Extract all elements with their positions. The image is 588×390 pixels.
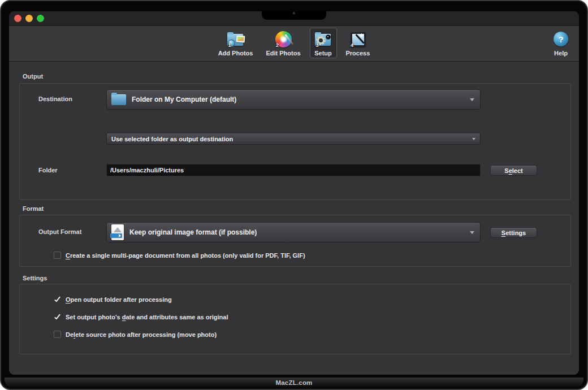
blue-folder-icon — [111, 94, 126, 105]
folder-path-input[interactable] — [106, 164, 481, 176]
traffic-lights — [14, 15, 44, 22]
open-folder-checkbox-label: Open output folder after processing — [66, 296, 172, 303]
open-folder-checkbox-row[interactable]: Open output folder after processing — [54, 296, 172, 303]
section-title-settings: Settings — [23, 275, 47, 281]
setup-icon: 3 — [314, 30, 333, 49]
toolbar-item-label: Add Photos — [218, 50, 253, 57]
toolbar-item-add-photos[interactable]: 1 Add Photos — [214, 28, 257, 58]
toolbar-item-setup[interactable]: 3 Setup — [310, 28, 337, 58]
delete-source-checkbox-label: Delete source photo after processing (mo… — [66, 331, 217, 338]
chevron-down-icon — [472, 138, 475, 140]
keep-date-checkbox[interactable] — [54, 313, 61, 320]
laptop-chin: MacZL.com — [5, 378, 583, 387]
section-title-output: Output — [23, 73, 43, 80]
minimize-button[interactable] — [25, 15, 33, 22]
output-groupbox: Destination Folder on My Computer (defau… — [19, 83, 571, 200]
document-format-icon — [111, 224, 124, 240]
macbook-mockup: 1 Add Photos 2 Edit Photos — [0, 0, 588, 390]
toolbar-item-label: Process — [346, 50, 370, 57]
laptop-frame: 1 Add Photos 2 Edit Photos — [0, 0, 588, 390]
format-groupbox: Output Format Keep original image format… — [19, 215, 571, 267]
step-badge: 2 — [276, 42, 279, 48]
delete-source-checkbox-row[interactable]: Delete source photo after processing (mo… — [54, 331, 217, 338]
close-button[interactable] — [14, 15, 21, 22]
output-format-dropdown[interactable]: Keep original image format (if possible) — [106, 222, 481, 242]
multipage-checkbox-row[interactable]: Create a single multi-page document from… — [54, 252, 305, 259]
output-format-label: Output Format — [38, 228, 81, 235]
output-format-value: Keep original image format (if possible) — [129, 228, 257, 236]
open-folder-checkbox[interactable] — [54, 296, 61, 303]
add-photos-icon: 1 — [226, 30, 245, 49]
format-settings-button[interactable]: Settings — [490, 227, 537, 238]
destination-dropdown[interactable]: Folder on My Computer (default) — [106, 89, 481, 110]
keep-date-checkbox-label: Set output photo's date and attributes s… — [66, 314, 228, 320]
checkmark-icon — [54, 296, 60, 302]
toolbar-item-process[interactable]: 4 Process — [342, 28, 374, 58]
select-folder-button[interactable]: Select — [490, 165, 537, 176]
toolbar-item-label: Edit Photos — [266, 50, 300, 57]
multipage-checkbox[interactable] — [54, 252, 61, 259]
destination-value: Folder on My Computer (default) — [132, 96, 236, 103]
chevron-down-icon — [470, 231, 474, 234]
process-icon: 4 — [348, 30, 368, 49]
app-window: 1 Add Photos 2 Edit Photos — [9, 11, 579, 375]
step-badge: 4 — [351, 42, 353, 48]
output-mode-value: Use selected folder as output destinatio… — [111, 136, 233, 142]
toolbar-item-label: Setup — [314, 50, 332, 57]
delete-source-checkbox[interactable] — [54, 331, 61, 338]
toolbar-item-help[interactable]: ? Help — [547, 28, 574, 58]
setup-panel: Output Destination Folder on My Computer… — [9, 62, 579, 375]
destination-label: Destination — [38, 96, 72, 102]
zoom-button[interactable] — [37, 15, 44, 22]
folder-label: Folder — [38, 167, 58, 174]
checkmark-icon — [54, 313, 60, 320]
output-mode-dropdown[interactable]: Use selected folder as output destinatio… — [106, 133, 481, 145]
chevron-down-icon — [470, 98, 474, 101]
settings-groupbox: Open output folder after processing Set … — [19, 284, 571, 354]
main-toolbar: 1 Add Photos 2 Edit Photos — [9, 26, 579, 62]
brand-text: MacZL.com — [275, 379, 312, 386]
toolbar-item-label: Help — [554, 50, 568, 57]
keep-date-checkbox-row[interactable]: Set output photo's date and attributes s… — [54, 313, 228, 320]
multipage-checkbox-label: Create a single multi-page document from… — [66, 252, 305, 259]
display-notch — [262, 11, 326, 20]
toolbar-item-edit-photos[interactable]: 2 Edit Photos — [262, 28, 304, 58]
camera-icon — [293, 12, 296, 15]
help-icon: ? — [551, 30, 570, 49]
step-badge: 1 — [228, 42, 231, 48]
toolbar-items: 1 Add Photos 2 Edit Photos — [9, 28, 579, 58]
section-title-format: Format — [23, 205, 44, 212]
step-badge: 3 — [316, 42, 319, 48]
edit-photos-icon: 2 — [274, 30, 293, 49]
